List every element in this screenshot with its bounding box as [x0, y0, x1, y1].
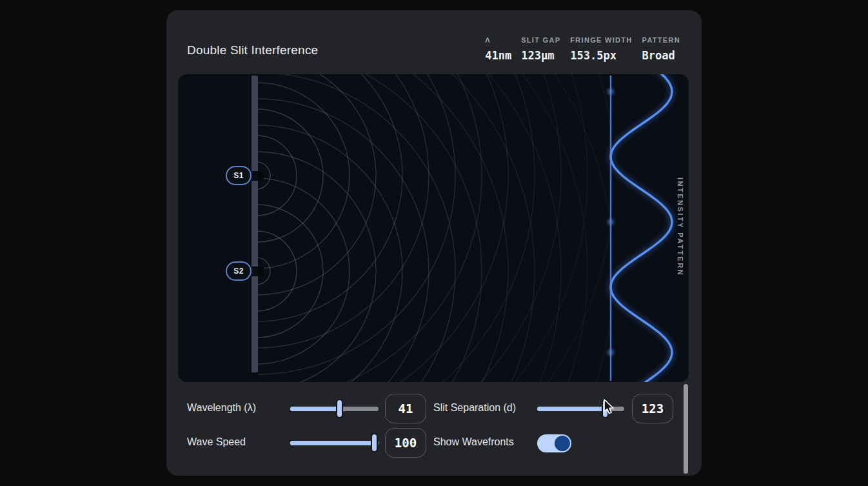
wave-speed-value[interactable]: 100 — [385, 428, 426, 458]
app-card: Double Slit Interference Λ 41nm SLIT GAP… — [166, 10, 702, 476]
slit-gap-1 — [251, 171, 259, 181]
wave-speed-slider-fill — [290, 441, 374, 445]
simulation-canvas[interactable]: S1 S2 INTENSITY PATTERN — [178, 74, 689, 382]
stat-slit-gap: SLIT GAP 123μm — [521, 36, 560, 62]
wavelength-value[interactable]: 41 — [385, 394, 426, 423]
wavefront-rings — [178, 74, 614, 382]
intensity-curve — [611, 74, 672, 382]
slit-separation-slider-fill — [537, 407, 605, 411]
page-title: Double Slit Interference — [187, 43, 318, 57]
scrollbar-thumb[interactable] — [684, 384, 688, 474]
stat-pattern-label: PATTERN — [642, 36, 680, 44]
wave-speed-label: Wave Speed — [187, 436, 246, 448]
show-wavefronts-label: Show Wavefronts — [433, 436, 514, 448]
stat-slit-gap-label: SLIT GAP — [521, 36, 560, 44]
stat-fringe-width: FRINGE WIDTH 153.5px — [570, 36, 632, 62]
slit-separation-value[interactable]: 123 — [632, 394, 673, 423]
stat-lambda: Λ 41nm — [485, 36, 511, 62]
slit-s1-badge: S1 — [226, 166, 252, 185]
slit-separation-slider[interactable] — [537, 407, 624, 411]
stats-bar: Λ 41nm SLIT GAP 123μm FRINGE WIDTH 153.5… — [485, 36, 680, 62]
barrier — [252, 76, 258, 372]
wave-svg — [178, 74, 689, 382]
stat-fringe-width-label: FRINGE WIDTH — [570, 36, 632, 44]
wavelength-label: Wavelength (λ) — [187, 402, 256, 414]
stat-lambda-label: Λ — [485, 36, 491, 44]
wave-speed-slider-thumb[interactable] — [371, 433, 378, 452]
stat-fringe-width-value: 153.5px — [570, 49, 616, 62]
slit-separation-label: Slit Separation (d) — [433, 402, 516, 414]
stat-slit-gap-value: 123μm — [521, 49, 554, 62]
stat-lambda-value: 41nm — [485, 49, 511, 62]
wavelength-slider-fill — [290, 407, 340, 411]
toggle-knob — [555, 436, 570, 451]
wavelength-slider-thumb[interactable] — [336, 399, 343, 418]
stat-pattern: PATTERN Broad — [642, 36, 680, 62]
slit-s2-badge: S2 — [226, 261, 252, 281]
slit-notch-1 — [258, 172, 264, 180]
slit-notch-2 — [258, 267, 264, 276]
show-wavefronts-toggle[interactable] — [537, 434, 571, 452]
stat-pattern-value: Broad — [642, 49, 675, 62]
slit-separation-slider-thumb[interactable] — [602, 399, 609, 418]
slit-gap-2 — [251, 267, 259, 276]
wavelength-slider[interactable] — [290, 407, 379, 411]
intensity-pattern-label: INTENSITY PATTERN — [676, 177, 684, 276]
wave-speed-slider[interactable] — [290, 441, 379, 445]
